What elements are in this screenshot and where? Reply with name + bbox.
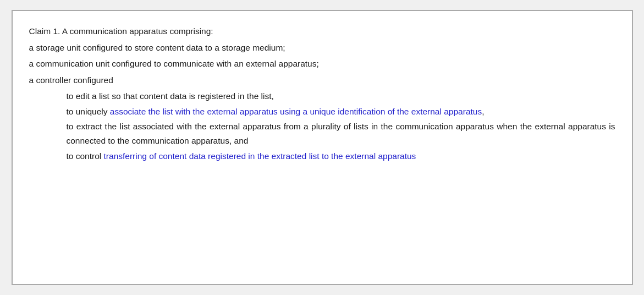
item-associate-suffix: , — [482, 107, 484, 116]
item-associate-prefix: to uniquely — [67, 107, 110, 116]
item-control-prefix: to control — [67, 151, 104, 161]
line-communication: a communication unit configured to commu… — [29, 57, 615, 71]
patent-claim-box: Claim 1. A communication apparatus compr… — [12, 10, 633, 285]
item-associate: to uniquely associate the list with the … — [29, 105, 615, 119]
item-edit: to edit a list so that content data is r… — [29, 89, 615, 103]
item-associate-blue: associate the list with the external app… — [110, 107, 482, 116]
claim-header: Claim 1. A communication apparatus compr… — [29, 24, 615, 39]
item-extract: to extract the list associated with the … — [29, 119, 615, 148]
item-control-blue: transferring of content data registered … — [104, 151, 416, 161]
item-extract-text: to extract the list associated with the … — [67, 122, 615, 145]
line-controller: a controller configured — [29, 73, 615, 88]
item-control: to control transferring of content data … — [29, 149, 615, 163]
item-edit-text: to edit a list so that content data is r… — [67, 91, 274, 101]
line-storage: a storage unit configured to store conte… — [29, 41, 615, 55]
